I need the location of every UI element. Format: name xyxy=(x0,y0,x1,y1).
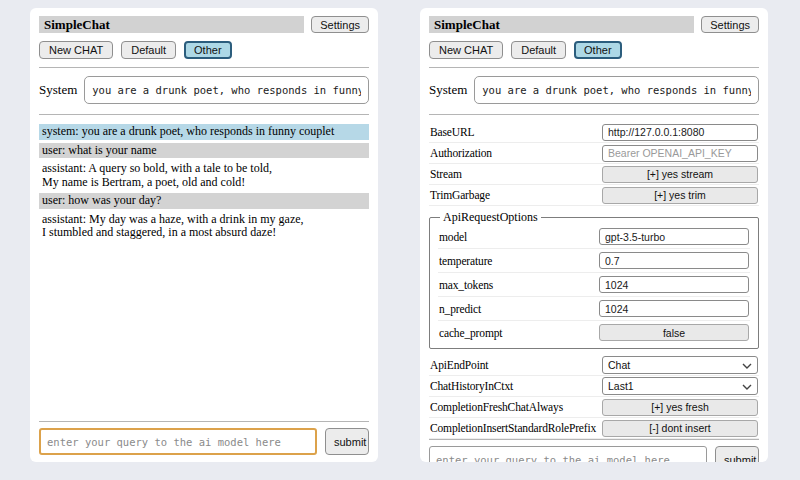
app-title: SimpleChat xyxy=(429,16,694,33)
completion-fresh-toggle-button[interactable]: [+] yes fresh xyxy=(602,399,758,416)
divider xyxy=(429,439,759,440)
baseurl-input[interactable] xyxy=(602,124,758,141)
query-row: submit xyxy=(429,446,759,462)
chevron-down-icon xyxy=(742,380,752,392)
system-prompt-row: System xyxy=(39,76,369,104)
query-row: submit xyxy=(39,428,369,455)
trimgarbage-label: TrimGarbage xyxy=(430,189,602,201)
session-tab-other[interactable]: Other xyxy=(184,41,232,59)
model-input[interactable] xyxy=(599,228,749,245)
stream-toggle-button[interactable]: [+] yes stream xyxy=(602,166,758,183)
setting-row-n-predict: n_predict xyxy=(438,297,750,321)
temperature-input[interactable] xyxy=(599,252,749,269)
app-title: SimpleChat xyxy=(39,16,304,33)
chat-message-user: user: what is your name xyxy=(39,143,369,159)
setting-row-trimgarbage: TrimGarbage [+] yes trim xyxy=(429,185,759,206)
setting-row-completion-insert: CompletionInsertStandardRolePrefix [-] d… xyxy=(429,418,759,439)
chat-history-value: Last1 xyxy=(608,380,634,392)
divider xyxy=(39,421,369,422)
setting-row-chat-history: ChatHistoryInCtxt Last1 xyxy=(429,376,759,397)
system-label: System xyxy=(39,82,77,98)
n-predict-label: n_predict xyxy=(439,303,599,315)
api-endpoint-select[interactable]: Chat xyxy=(602,356,758,374)
system-prompt-input[interactable] xyxy=(84,76,369,104)
session-toolbar: New CHAT Default Other xyxy=(429,41,759,59)
divider xyxy=(429,67,759,68)
chat-message-user: user: how was your day? xyxy=(39,193,369,209)
cache-prompt-label: cache_prompt xyxy=(439,327,599,339)
setting-row-cache-prompt: cache_prompt false xyxy=(438,321,750,344)
model-label: model xyxy=(439,231,599,243)
completion-fresh-label: CompletionFreshChatAlways xyxy=(430,401,602,413)
app-window: SimpleChat Settings New CHAT Default Oth… xyxy=(0,0,800,480)
session-tab-other[interactable]: Other xyxy=(574,41,622,59)
setting-row-completion-fresh: CompletionFreshChatAlways [+] yes fresh xyxy=(429,397,759,418)
chat-history-label: ChatHistoryInCtxt xyxy=(430,380,602,392)
query-input[interactable] xyxy=(429,446,707,462)
settings-panel: SimpleChat Settings New CHAT Default Oth… xyxy=(420,8,768,462)
n-predict-input[interactable] xyxy=(599,300,749,317)
setting-row-authorization: Authorization xyxy=(429,143,759,164)
session-tab-default[interactable]: Default xyxy=(511,41,566,59)
authorization-label: Authorization xyxy=(430,147,602,159)
new-chat-button[interactable]: New CHAT xyxy=(429,41,503,59)
settings-button[interactable]: Settings xyxy=(701,16,759,33)
system-label: System xyxy=(429,82,467,98)
chat-messages: system: you are a drunk poet, who respon… xyxy=(39,124,369,244)
session-tab-default[interactable]: Default xyxy=(121,41,176,59)
trimgarbage-toggle-button[interactable]: [+] yes trim xyxy=(602,187,758,204)
submit-button[interactable]: submit xyxy=(325,428,369,455)
api-request-options-fieldset: ApiRequestOptions model temperature max_… xyxy=(429,210,759,349)
setting-row-stream: Stream [+] yes stream xyxy=(429,164,759,185)
stream-label: Stream xyxy=(430,168,602,180)
api-endpoint-value: Chat xyxy=(608,359,630,371)
completion-insert-label: CompletionInsertStandardRolePrefix xyxy=(430,422,602,434)
chat-message-system: system: you are a drunk poet, who respon… xyxy=(39,124,369,140)
setting-row-baseurl: BaseURL xyxy=(429,122,759,143)
setting-row-max-tokens: max_tokens xyxy=(438,273,750,297)
setting-row-model: model xyxy=(438,225,750,249)
chat-history-select[interactable]: Last1 xyxy=(602,377,758,395)
query-input[interactable] xyxy=(39,428,317,455)
chat-message-assistant: assistant: My day was a haze, with a dri… xyxy=(39,212,369,241)
divider xyxy=(39,114,369,115)
submit-button[interactable]: submit xyxy=(715,446,759,462)
new-chat-button[interactable]: New CHAT xyxy=(39,41,113,59)
chevron-down-icon xyxy=(742,359,752,371)
setting-row-temperature: temperature xyxy=(438,249,750,273)
cache-prompt-toggle-button[interactable]: false xyxy=(599,324,749,341)
api-request-options-legend: ApiRequestOptions xyxy=(440,210,541,225)
chat-panel: SimpleChat Settings New CHAT Default Oth… xyxy=(30,8,378,462)
temperature-label: temperature xyxy=(439,255,599,267)
system-prompt-input[interactable] xyxy=(474,76,759,104)
session-toolbar: New CHAT Default Other xyxy=(39,41,369,59)
divider xyxy=(429,114,759,115)
authorization-input[interactable] xyxy=(602,145,758,162)
max-tokens-label: max_tokens xyxy=(439,279,599,291)
chat-message-assistant: assistant: A query so bold, with a tale … xyxy=(39,161,369,190)
header-row: SimpleChat Settings xyxy=(429,16,759,33)
max-tokens-input[interactable] xyxy=(599,276,749,293)
header-row: SimpleChat Settings xyxy=(39,16,369,33)
completion-insert-toggle-button[interactable]: [-] dont insert xyxy=(602,420,758,437)
setting-row-api-endpoint: ApiEndPoint Chat xyxy=(429,355,759,376)
settings-button[interactable]: Settings xyxy=(311,16,369,33)
divider xyxy=(39,67,369,68)
baseurl-label: BaseURL xyxy=(430,126,602,138)
api-endpoint-label: ApiEndPoint xyxy=(430,359,602,371)
system-prompt-row: System xyxy=(429,76,759,104)
